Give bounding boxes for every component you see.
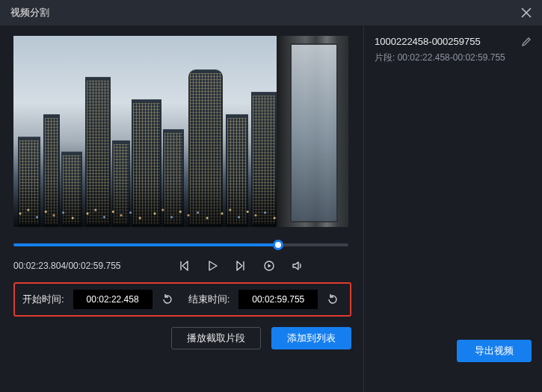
edit-icon[interactable] [521,37,532,47]
export-button[interactable]: 导出视频 [457,340,532,362]
reset-end-icon[interactable] [327,293,339,305]
bottom-buttons: 播放截取片段 添加到列表 [13,327,351,349]
segment-name-row: 1000222458-000259755 [375,36,532,47]
next-frame-icon[interactable] [235,260,247,272]
duration-time: 00:02:59.755 [68,261,120,271]
video-preview[interactable] [13,36,348,227]
right-panel: 1000222458-000259755 片段: 00:02:22.458-00… [363,25,542,392]
current-time: 00:02:23.804 [13,261,66,271]
end-time-input[interactable] [238,290,318,309]
playback-row: 00:02:23.804/00:02:59.755 [13,260,348,272]
progress-slider[interactable] [13,243,348,246]
playback-controls [178,260,304,272]
dialog-body: 00:02:23.804/00:02:59.755 开始时间: 结束时间: 播放… [0,25,542,392]
close-icon[interactable] [521,7,532,18]
volume-icon[interactable] [292,260,304,272]
time-display: 00:02:23.804/00:02:59.755 [13,261,121,271]
add-to-list-button[interactable]: 添加到列表 [271,327,351,349]
prev-frame-icon[interactable] [178,260,190,272]
left-panel: 00:02:23.804/00:02:59.755 开始时间: 结束时间: 播放… [0,25,363,392]
segment-name: 1000222458-000259755 [375,36,481,47]
dialog-title: 视频分割 [10,6,49,19]
play-icon[interactable] [206,260,218,272]
titlebar: 视频分割 [0,0,542,25]
start-time-input[interactable] [73,290,153,309]
export-wrap: 导出视频 [375,340,532,382]
segment-range: 片段: 00:02:22.458-00:02:59.755 [375,52,532,64]
play-segment-button[interactable]: 播放截取片段 [171,327,261,349]
reset-start-icon[interactable] [161,293,173,305]
time-range-box: 开始时间: 结束时间: [13,282,351,317]
loop-icon[interactable] [263,260,275,272]
start-time-label: 开始时间: [22,293,64,306]
end-time-label: 结束时间: [188,293,230,306]
